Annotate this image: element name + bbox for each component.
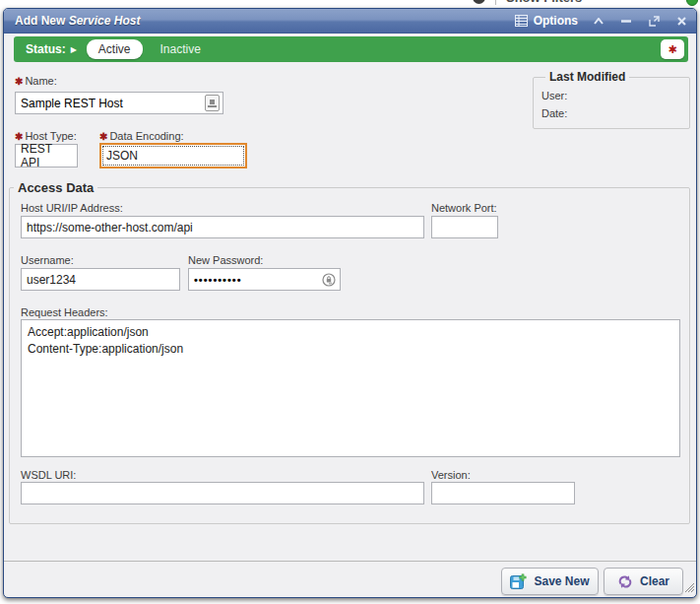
status-label: Status: (26, 42, 66, 56)
name-field-wrap (15, 92, 223, 114)
status-caret-icon: ▶ (71, 45, 77, 54)
resize-grip[interactable] (682, 580, 694, 595)
name-input[interactable] (16, 93, 205, 113)
data-encoding-select[interactable]: JSON (99, 143, 247, 168)
input-helper-icon[interactable] (205, 95, 220, 111)
new-password-input[interactable] (189, 269, 322, 290)
password-lock-icon[interactable] (322, 273, 336, 287)
collapse-icon[interactable] (592, 14, 605, 28)
popout-icon[interactable] (647, 14, 661, 28)
close-icon[interactable] (674, 14, 688, 28)
wsdl-uri-input[interactable] (21, 482, 424, 504)
data-encoding-value: JSON (101, 145, 245, 167)
save-icon (510, 573, 527, 590)
new-password-label: New Password: (188, 254, 263, 266)
footer-divider (4, 561, 696, 562)
background-user-icon (473, 0, 485, 4)
status-option-inactive[interactable]: Inactive (149, 39, 213, 59)
wsdl-uri-label: WSDL URI: (21, 469, 76, 481)
required-asterisk: ✱ (15, 131, 23, 142)
host-uri-label: Host URI/IP Address: (21, 202, 123, 214)
save-new-button[interactable]: Save New (501, 568, 599, 595)
name-label: ✱Name: (15, 75, 57, 87)
dialog-title: Add New Service Host (15, 14, 140, 28)
status-option-active[interactable]: Active (87, 39, 143, 59)
background-status-dot (686, 0, 698, 6)
divider (495, 0, 496, 5)
status-required-badge: ✱ (661, 39, 684, 59)
data-encoding-label: ✱Data Encoding: (99, 130, 184, 142)
version-input[interactable] (431, 482, 575, 504)
add-service-host-dialog: Add New Service Host Options Stat (3, 8, 697, 598)
last-modified-fieldset: Last Modified User: Date: (533, 70, 690, 129)
host-uri-input[interactable] (21, 216, 424, 238)
required-asterisk: ✱ (99, 131, 107, 142)
network-port-label: Network Port: (431, 202, 497, 214)
required-asterisk: ✱ (15, 76, 23, 87)
options-button[interactable]: Options (515, 14, 578, 28)
status-bar: Status: ▶ Active Inactive ✱ (14, 36, 688, 62)
options-label: Options (534, 14, 578, 28)
username-label: Username: (21, 254, 74, 266)
network-port-input[interactable] (431, 216, 498, 238)
last-modified-user: User: (541, 88, 681, 103)
host-type-label: ✱Host Type: (15, 130, 77, 142)
request-headers-textarea[interactable] (21, 319, 680, 457)
last-modified-date: Date: (541, 105, 681, 121)
username-input[interactable] (21, 268, 180, 291)
version-label: Version: (431, 469, 471, 481)
access-data-legend: Access Data (14, 180, 97, 195)
minimize-icon[interactable] (619, 14, 633, 28)
host-type-value: REST API (16, 145, 77, 167)
options-menu-icon (515, 14, 529, 28)
host-type-select[interactable]: REST API (15, 144, 78, 168)
save-new-label: Save New (534, 574, 589, 588)
clear-button[interactable]: Clear (604, 568, 683, 595)
clear-label: Clear (640, 574, 669, 588)
refresh-icon (617, 574, 633, 589)
dialog-titlebar[interactable]: Add New Service Host Options (4, 9, 696, 34)
password-field-wrap (188, 268, 341, 291)
last-modified-legend: Last Modified (545, 70, 629, 84)
request-headers-label: Request Headers: (21, 306, 108, 318)
background-clipped-text: Show Filters (506, 0, 582, 5)
